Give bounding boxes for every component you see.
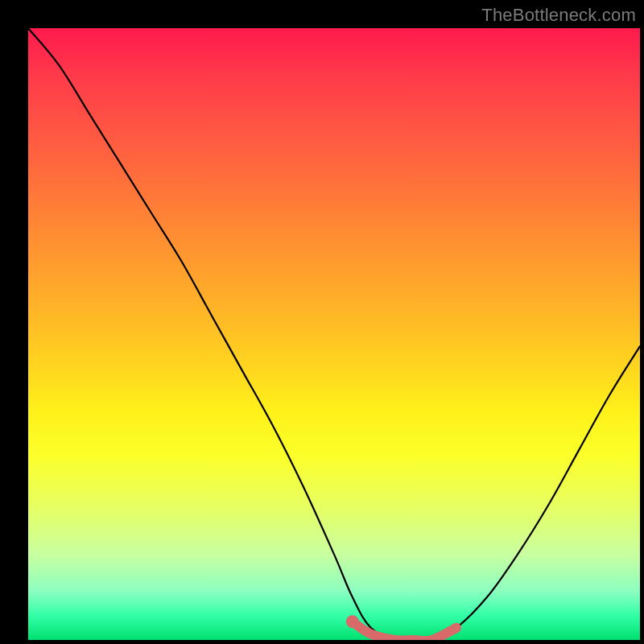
watermark-text: TheBottleneck.com bbox=[481, 5, 636, 26]
chart-frame: TheBottleneck.com bbox=[0, 0, 644, 644]
chart-svg bbox=[28, 28, 640, 640]
plot-area bbox=[28, 28, 640, 640]
sweet-spot-start-dot bbox=[346, 615, 359, 628]
bottleneck-curve-line bbox=[28, 28, 640, 640]
